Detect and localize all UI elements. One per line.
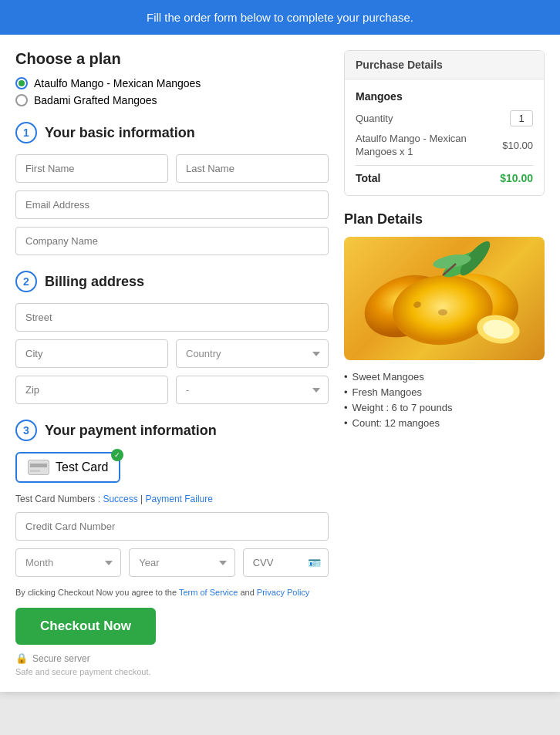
terms-of-service-link[interactable]: Term of Service	[179, 588, 238, 597]
item-price-row: Ataulfo Mango - Mexican Mangoes x 1 $10.…	[356, 133, 533, 159]
cc-number-row	[15, 512, 329, 541]
zip-state-row: -	[15, 376, 329, 404]
street-input[interactable]	[15, 303, 329, 332]
separator: |	[138, 494, 146, 504]
quantity-label: Quantity	[356, 113, 393, 124]
month-select[interactable]: Month 01 02 03 04 05 06 07 08 09 10 11 1…	[15, 548, 121, 577]
plan-details-section: Plan Details	[344, 211, 545, 429]
cvv-card-icon: 🪪	[308, 557, 321, 569]
secure-info: 🔒 Secure server	[15, 652, 329, 664]
email-row	[15, 190, 329, 219]
cvv-row: Month 01 02 03 04 05 06 07 08 09 10 11 1…	[15, 548, 329, 577]
price-divider	[356, 165, 533, 166]
billing-title: Billing address	[45, 274, 144, 290]
zip-input[interactable]	[15, 376, 168, 404]
quantity-row: Quantity 1	[356, 110, 533, 126]
first-name-input[interactable]	[15, 154, 168, 183]
basic-info-header: 1 Your basic information	[15, 122, 329, 143]
plan-features-list: Sweet Mangoes Fresh Mangoes Weight : 6 t…	[344, 371, 545, 429]
step-3-circle: 3	[15, 420, 37, 441]
secure-subtext: Safe and secure payment checkout.	[15, 667, 329, 676]
last-name-input[interactable]	[176, 154, 329, 183]
feature-2: Fresh Mangoes	[344, 386, 545, 398]
feature-4-text: Count: 12 mangoes	[353, 417, 440, 429]
card-label: Test Card	[56, 460, 108, 474]
card-check-icon: ✓	[111, 449, 123, 461]
basic-info-title: Your basic information	[45, 125, 195, 141]
year-select[interactable]: Year 2024 2025 2026 2027 2028	[129, 548, 234, 577]
credit-card-icon	[28, 460, 49, 475]
plan-option-1[interactable]: Ataulfo Mango - Mexican Mangoes	[15, 77, 329, 89]
top-banner: Fill the order form below to complete yo…	[0, 0, 560, 35]
credit-card-input[interactable]	[15, 512, 329, 541]
product-name: Mangoes	[356, 90, 533, 103]
purchase-details-body: Mangoes Quantity 1 Ataulfo Mango - Mexic…	[345, 79, 544, 195]
plan-details-title: Plan Details	[344, 211, 545, 228]
feature-1-text: Sweet Mangoes	[353, 371, 424, 383]
total-label: Total	[356, 172, 380, 184]
svg-point-10	[438, 309, 447, 315]
terms-text: By clicking Checkout Now you agree to th…	[15, 588, 329, 597]
privacy-policy-link[interactable]: Privacy Policy	[257, 588, 309, 597]
name-row	[15, 154, 329, 183]
email-input[interactable]	[15, 190, 329, 219]
checkout-label: Checkout Now	[40, 619, 131, 633]
state-select[interactable]: -	[176, 376, 329, 404]
terms-prefix: By clicking Checkout Now you agree to th…	[15, 588, 179, 597]
test-card-prefix: Test Card Numbers :	[15, 494, 103, 504]
item-label: Ataulfo Mango - Mexican Mangoes x 1	[356, 133, 479, 159]
payment-title: Your payment information	[45, 423, 217, 439]
plan-option-2-label: Badami Grafted Mangoes	[34, 94, 157, 106]
mango-svg	[344, 237, 545, 360]
test-card-numbers-row: Test Card Numbers : Success | Payment Fa…	[15, 494, 329, 504]
plan-radio-selected-icon	[15, 77, 28, 89]
feature-3-text: Weight : 6 to 7 pounds	[353, 402, 453, 413]
right-column: Purchase Details Mangoes Quantity 1 Atau…	[344, 50, 545, 676]
secure-label: Secure server	[32, 653, 90, 664]
company-row	[15, 227, 329, 255]
billing-header: 2 Billing address	[15, 271, 329, 292]
feature-1: Sweet Mangoes	[344, 371, 545, 383]
plan-option-2[interactable]: Badami Grafted Mangoes	[15, 94, 329, 106]
test-card-option[interactable]: Test Card ✓	[15, 452, 120, 483]
terms-and: and	[238, 588, 256, 597]
feature-2-text: Fresh Mangoes	[353, 386, 422, 398]
total-row: Total $10.00	[356, 172, 533, 184]
banner-text: Fill the order form below to complete yo…	[147, 11, 413, 24]
mango-image	[344, 237, 545, 360]
item-price: $10.00	[502, 140, 533, 151]
checkout-button[interactable]: Checkout Now	[15, 608, 156, 645]
feature-4: Count: 12 mangoes	[344, 417, 545, 429]
plan-option-1-label: Ataulfo Mango - Mexican Mangoes	[34, 77, 201, 89]
payment-header: 3 Your payment information	[15, 420, 329, 441]
left-column: Choose a plan Ataulfo Mango - Mexican Ma…	[15, 50, 329, 676]
quantity-value: 1	[510, 110, 533, 126]
step-1-circle: 1	[15, 122, 37, 143]
city-input[interactable]	[15, 339, 168, 368]
country-select[interactable]: Country United States Canada Mexico	[176, 339, 329, 368]
feature-3: Weight : 6 to 7 pounds	[344, 402, 545, 413]
lock-icon: 🔒	[15, 652, 28, 664]
city-country-row: Country United States Canada Mexico	[15, 339, 329, 368]
total-price: $10.00	[500, 172, 533, 184]
step-2-circle: 2	[15, 271, 37, 292]
purchase-details-header: Purchase Details	[345, 51, 544, 79]
company-input[interactable]	[15, 227, 329, 255]
plan-radio-unselected-icon	[15, 94, 28, 106]
street-row	[15, 303, 329, 332]
purchase-details-box: Purchase Details Mangoes Quantity 1 Atau…	[344, 50, 545, 196]
failure-link[interactable]: Payment Failure	[146, 494, 213, 504]
choose-plan-title: Choose a plan	[15, 50, 329, 68]
success-link[interactable]: Success	[103, 494, 137, 504]
cvv-wrap: 🪪	[243, 548, 329, 577]
